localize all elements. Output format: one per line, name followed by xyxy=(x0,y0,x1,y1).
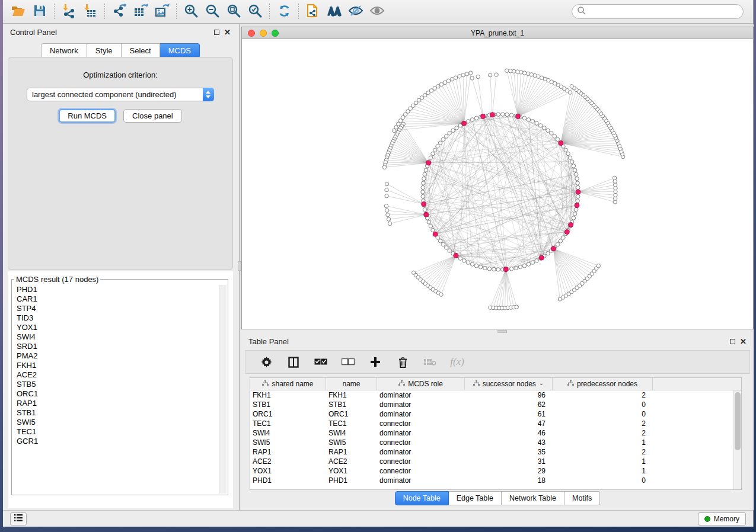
table-cell[interactable]: SWI5 xyxy=(326,438,377,447)
table-cell[interactable]: 0 xyxy=(553,409,653,419)
import-table-button[interactable] xyxy=(79,2,101,21)
table-cell[interactable]: YOX1 xyxy=(250,466,326,476)
zoom-fit-button[interactable] xyxy=(223,2,244,21)
table-row[interactable]: RAP1RAP1dominator352 xyxy=(250,447,741,457)
float-panel-icon[interactable] xyxy=(730,339,735,344)
table-cell[interactable]: 2 xyxy=(553,390,653,400)
delete-column-icon[interactable] xyxy=(396,355,409,368)
table-cell[interactable]: TEC1 xyxy=(326,419,377,428)
tab-network[interactable]: Network xyxy=(41,43,87,58)
table-cell[interactable]: dominator xyxy=(377,428,465,438)
tab-select[interactable]: Select xyxy=(122,43,160,58)
tab-style[interactable]: Style xyxy=(87,43,122,58)
refresh-button[interactable] xyxy=(273,2,295,21)
table-cell[interactable]: 43 xyxy=(465,438,553,447)
mcds-list-scrollbar[interactable] xyxy=(219,285,227,493)
mcds-result-item[interactable]: SWI4 xyxy=(13,332,217,342)
table-cell[interactable]: connector xyxy=(377,438,465,447)
settings-gear-icon[interactable] xyxy=(260,355,273,368)
table-cell[interactable]: SWI5 xyxy=(250,438,326,447)
zoom-selected-button[interactable] xyxy=(244,2,266,21)
table-cell[interactable]: SWI4 xyxy=(250,428,326,438)
table-cell[interactable]: dominator xyxy=(377,447,465,457)
tab-edge-table[interactable]: Edge Table xyxy=(449,491,502,505)
clear-all-checks-icon[interactable] xyxy=(342,355,355,368)
column-header-shared-name[interactable]: shared name xyxy=(250,378,326,390)
memory-button[interactable]: Memory xyxy=(698,512,746,525)
table-cell[interactable]: 2 xyxy=(553,428,653,438)
table-cell[interactable]: 62 xyxy=(465,400,553,409)
mcds-result-item[interactable]: SWI5 xyxy=(13,418,217,427)
mcds-result-item[interactable]: PMA2 xyxy=(13,351,217,361)
table-cell[interactable]: RAP1 xyxy=(326,447,377,457)
export-table-button[interactable] xyxy=(130,2,151,21)
network-document-button[interactable] xyxy=(302,2,324,21)
optimization-criterion-select[interactable]: largest connected component (undirected) xyxy=(27,88,214,101)
mcds-result-item[interactable]: TID3 xyxy=(13,313,217,323)
export-network-button[interactable] xyxy=(109,2,130,21)
table-cell[interactable]: STB1 xyxy=(250,400,326,409)
mcds-result-item[interactable]: PHD1 xyxy=(13,285,217,294)
table-cell[interactable]: SWI4 xyxy=(326,428,377,438)
table-cell[interactable]: 2 xyxy=(553,447,653,457)
table-cell[interactable]: TEC1 xyxy=(250,419,326,428)
table-cell[interactable]: 1 xyxy=(553,466,653,476)
table-cell[interactable]: PHD1 xyxy=(250,476,326,485)
table-cell[interactable]: 46 xyxy=(465,428,553,438)
mcds-result-item[interactable]: CAR1 xyxy=(13,294,217,304)
column-header-predecessor-nodes[interactable]: predecessor nodes xyxy=(553,378,653,390)
table-cell[interactable]: connector xyxy=(377,457,465,466)
show-graphics-button[interactable] xyxy=(366,2,388,21)
mcds-result-item[interactable]: ACE2 xyxy=(13,370,217,380)
column-header-successor-nodes[interactable]: successor nodes⌄ xyxy=(465,378,553,390)
task-history-button[interactable] xyxy=(10,512,27,525)
table-cell[interactable]: 47 xyxy=(465,419,553,428)
table-row[interactable]: ORC1ORC1dominator610 xyxy=(250,409,741,419)
zoom-in-button[interactable] xyxy=(180,2,202,21)
splitter-grip[interactable] xyxy=(497,330,507,333)
table-cell[interactable]: 0 xyxy=(553,400,653,409)
table-cell[interactable]: STB1 xyxy=(326,400,377,409)
zoom-out-button[interactable] xyxy=(202,2,223,21)
mcds-result-item[interactable]: SRD1 xyxy=(13,342,217,351)
table-cell[interactable]: 1 xyxy=(553,457,653,466)
close-panel-button[interactable]: Close panel xyxy=(123,109,182,123)
export-image-button[interactable] xyxy=(151,2,173,21)
tab-network-table[interactable]: Network Table xyxy=(502,491,564,505)
horizontal-splitter[interactable] xyxy=(241,329,754,334)
table-cell[interactable]: 31 xyxy=(465,457,553,466)
table-cell[interactable]: YOX1 xyxy=(326,466,377,476)
save-session-button[interactable] xyxy=(29,2,50,21)
table-cell[interactable]: 29 xyxy=(465,466,553,476)
table-row[interactable]: FKH1FKH1dominator962 xyxy=(250,390,741,400)
network-graph[interactable] xyxy=(242,39,753,329)
tab-motifs[interactable]: Motifs xyxy=(564,491,600,505)
table-cell[interactable]: PHD1 xyxy=(326,476,377,485)
show-columns-icon[interactable] xyxy=(287,355,300,368)
mcds-result-item[interactable]: YOX1 xyxy=(13,323,217,332)
column-header-MCDS-role[interactable]: MCDS role xyxy=(377,378,465,390)
table-cell[interactable]: ORC1 xyxy=(250,409,326,419)
add-column-icon[interactable] xyxy=(369,355,382,368)
mcds-result-item[interactable]: STB1 xyxy=(13,408,217,418)
table-cell[interactable]: FKH1 xyxy=(326,390,377,400)
network-canvas[interactable] xyxy=(242,39,753,329)
open-session-button[interactable] xyxy=(8,2,29,21)
table-scrollbar[interactable] xyxy=(733,390,741,489)
tab-mcds[interactable]: MCDS xyxy=(160,43,200,58)
mcds-result-item[interactable]: STP4 xyxy=(13,304,217,313)
search-box[interactable] xyxy=(572,4,744,19)
tab-node-table[interactable]: Node Table xyxy=(395,491,449,505)
mcds-result-item[interactable]: TEC1 xyxy=(13,427,217,437)
scrollbar-thumb[interactable] xyxy=(735,392,741,450)
table-cell[interactable]: 1 xyxy=(553,438,653,447)
table-cell[interactable]: ACE2 xyxy=(326,457,377,466)
table-cell[interactable]: 0 xyxy=(553,476,653,485)
table-row[interactable]: STB1STB1dominator620 xyxy=(250,400,741,409)
table-cell[interactable]: connector xyxy=(377,419,465,428)
mcds-result-item[interactable]: RAP1 xyxy=(13,399,217,408)
import-network-button[interactable] xyxy=(58,2,79,21)
mcds-result-item[interactable]: GCR1 xyxy=(13,437,217,446)
select-all-checks-icon[interactable] xyxy=(314,355,327,368)
column-header-name[interactable]: name xyxy=(326,378,377,390)
